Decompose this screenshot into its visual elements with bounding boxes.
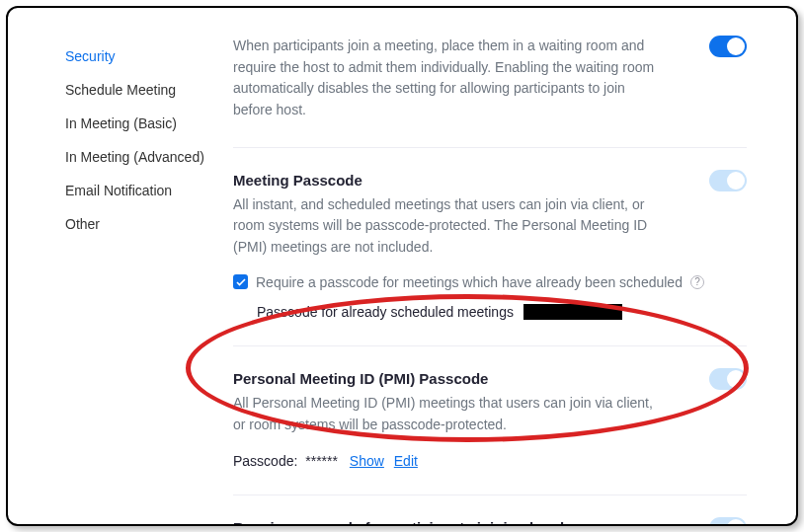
sidebar-item-schedule-meeting[interactable]: Schedule Meeting xyxy=(65,73,215,107)
show-link[interactable]: Show xyxy=(350,453,384,469)
edit-link[interactable]: Edit xyxy=(394,453,418,469)
section-meeting-passcode: Meeting Passcode All instant, and schedu… xyxy=(233,148,747,346)
section-pmi-passcode: Personal Meeting ID (PMI) Passcode All P… xyxy=(233,346,747,495)
sidebar-item-in-meeting-advanced[interactable]: In Meeting (Advanced) xyxy=(65,140,215,174)
checkbox-require-scheduled[interactable] xyxy=(233,274,248,289)
section-desc: When participants join a meeting, place … xyxy=(233,36,668,121)
section-desc: All Personal Meeting ID (PMI) meetings t… xyxy=(233,393,668,435)
sidebar-item-in-meeting-basic[interactable]: In Meeting (Basic) xyxy=(65,107,215,140)
passcode-label: Passcode: xyxy=(233,453,297,469)
toggle-meeting-passcode[interactable] xyxy=(709,170,747,191)
scheduled-passcode-row: Passcode for already scheduled meetings xyxy=(257,304,747,320)
sidebar-item-security[interactable]: Security xyxy=(65,39,215,73)
section-waiting-room: When participants join a meeting, place … xyxy=(233,18,747,148)
section-title: Personal Meeting ID (PMI) Passcode xyxy=(233,370,747,387)
toggle-waiting-room[interactable] xyxy=(709,36,747,57)
passcode-value: ****** xyxy=(305,453,338,469)
sidebar-item-email-notification[interactable]: Email Notification xyxy=(65,174,215,207)
section-title: Require passcode for participants joinin… xyxy=(233,519,747,526)
scheduled-passcode-label: Passcode for already scheduled meetings xyxy=(257,304,514,320)
toggle-phone-passcode[interactable] xyxy=(709,517,747,526)
toggle-pmi-passcode[interactable] xyxy=(709,368,747,390)
settings-content: When participants join a meeting, place … xyxy=(215,8,796,524)
sidebar-item-other[interactable]: Other xyxy=(65,207,215,241)
section-desc: All instant, and scheduled meetings that… xyxy=(233,194,668,259)
settings-sidebar: Security Schedule Meeting In Meeting (Ba… xyxy=(8,8,215,524)
section-title: Meeting Passcode xyxy=(233,172,747,189)
section-phone-passcode: Require passcode for participants joinin… xyxy=(233,495,747,526)
help-icon[interactable]: ? xyxy=(690,275,704,289)
pmi-passcode-row: Passcode: ****** Show Edit xyxy=(233,453,747,469)
redacted-passcode xyxy=(523,304,622,320)
checkbox-label: Require a passcode for meetings which ha… xyxy=(256,274,683,290)
checkbox-row: Require a passcode for meetings which ha… xyxy=(233,274,747,290)
